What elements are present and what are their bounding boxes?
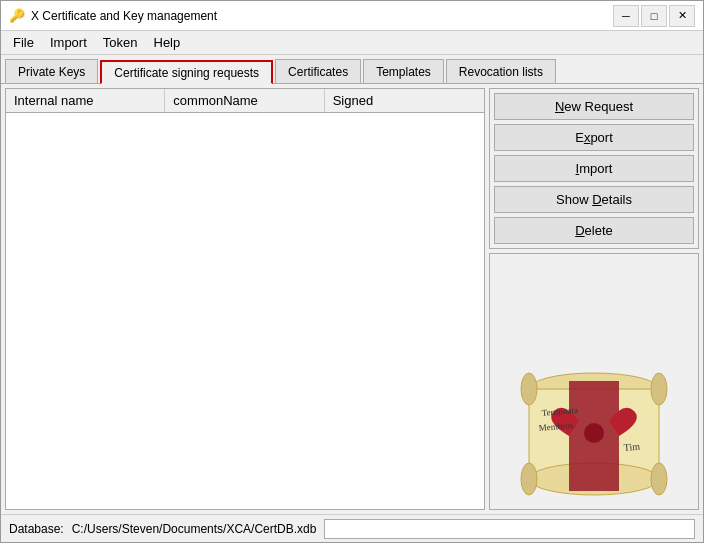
main-window: 🔑 X Certificate and Key management ─ □ ✕… xyxy=(0,0,704,543)
show-details-button[interactable]: Show Details xyxy=(494,186,694,213)
new-request-button[interactable]: New Request xyxy=(494,93,694,120)
logo-area: Terminata Membros Tim xyxy=(489,253,699,510)
svg-point-5 xyxy=(521,463,537,495)
tab-private-keys[interactable]: Private Keys xyxy=(5,59,98,83)
title-bar: 🔑 X Certificate and Key management ─ □ ✕ xyxy=(1,1,703,31)
menu-token[interactable]: Token xyxy=(95,33,146,52)
status-bar: Database: C:/Users/Steven/Documents/XCA/… xyxy=(1,514,703,542)
database-path: C:/Users/Steven/Documents/XCA/CertDB.xdb xyxy=(72,522,317,536)
tabs-bar: Private Keys Certificate signing request… xyxy=(1,55,703,84)
menu-bar: File Import Token Help xyxy=(1,31,703,55)
import-button[interactable]: Import xyxy=(494,155,694,182)
column-common-name: commonName xyxy=(165,89,324,112)
menu-file[interactable]: File xyxy=(5,33,42,52)
right-panel: New Request Export Import Show Details D… xyxy=(489,88,699,510)
table-header: Internal name commonName Signed xyxy=(6,89,484,113)
tab-revocation-lists[interactable]: Revocation lists xyxy=(446,59,556,83)
table-body[interactable] xyxy=(6,113,484,509)
app-icon: 🔑 xyxy=(9,8,25,24)
main-content: Internal name commonName Signed New Requ… xyxy=(1,84,703,514)
svg-point-8 xyxy=(584,423,604,443)
window-controls: ─ □ ✕ xyxy=(613,5,695,27)
menu-help[interactable]: Help xyxy=(146,33,189,52)
table-panel: Internal name commonName Signed xyxy=(5,88,485,510)
export-button[interactable]: Export xyxy=(494,124,694,151)
title-bar-left: 🔑 X Certificate and Key management xyxy=(9,8,217,24)
svg-point-4 xyxy=(651,373,667,405)
window-title: X Certificate and Key management xyxy=(31,9,217,23)
tab-certificate-signing-requests[interactable]: Certificate signing requests xyxy=(100,60,273,84)
maximize-button[interactable]: □ xyxy=(641,5,667,27)
minimize-button[interactable]: ─ xyxy=(613,5,639,27)
column-internal-name: Internal name xyxy=(6,89,165,112)
svg-point-3 xyxy=(521,373,537,405)
svg-point-6 xyxy=(651,463,667,495)
svg-text:Tim: Tim xyxy=(623,441,640,453)
status-label: Database: xyxy=(9,522,64,536)
delete-button[interactable]: Delete xyxy=(494,217,694,244)
tab-templates[interactable]: Templates xyxy=(363,59,444,83)
certificate-illustration: Terminata Membros Tim xyxy=(514,371,674,501)
column-signed: Signed xyxy=(325,89,484,112)
action-buttons-panel: New Request Export Import Show Details D… xyxy=(489,88,699,249)
status-input[interactable] xyxy=(324,519,695,539)
close-button[interactable]: ✕ xyxy=(669,5,695,27)
tab-certificates[interactable]: Certificates xyxy=(275,59,361,83)
menu-import[interactable]: Import xyxy=(42,33,95,52)
